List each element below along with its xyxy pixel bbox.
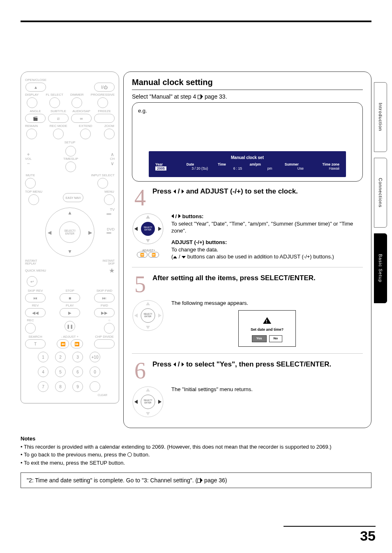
num-8-button[interactable]: 8 xyxy=(55,381,66,392)
return-button[interactable]: ↩ xyxy=(27,276,37,287)
search-button[interactable]: T xyxy=(25,339,46,348)
zoom-button[interactable] xyxy=(104,129,115,139)
flselect-label: FL SELECT xyxy=(46,93,63,97)
chpdivide-label: CHP DIVIDE xyxy=(95,335,114,339)
dimmer-button[interactable] xyxy=(71,97,82,108)
tab-introduction[interactable]: Introduction xyxy=(374,82,387,152)
audiosap-button[interactable]: ∞ xyxy=(71,114,92,123)
step-4-number: 4 xyxy=(132,187,148,208)
timeslip-button[interactable] xyxy=(65,161,76,172)
remote-panel: OPEN/CLOSE▲ I/⏻ DISPLAY FL SELECT DIMMER… xyxy=(21,71,119,428)
completion-box: "2: Time and date setting" is complete. … xyxy=(21,472,371,488)
note-1: This recorder is provided with a calenda… xyxy=(21,443,371,451)
page-number: 35 xyxy=(360,528,376,544)
skiprev-label: SKIP REV xyxy=(28,289,43,293)
select-enter-button[interactable]: SELECT/ ENTER xyxy=(59,221,81,243)
num-2-button[interactable]: 2 xyxy=(55,352,66,362)
clear-button[interactable] xyxy=(90,381,100,392)
num-4-button[interactable]: 4 xyxy=(38,366,48,377)
tab-basic-setup[interactable]: Basic Setup xyxy=(374,233,387,303)
instant-skip-label: INSTANT SKIP xyxy=(103,259,115,265)
inputselect-button[interactable] xyxy=(97,178,108,189)
svg-marker-23 xyxy=(158,400,161,404)
page-number-rule xyxy=(284,526,376,527)
adjust-plus-icon: ⏩ xyxy=(148,252,159,258)
skipfwd-label: SKIP FWD xyxy=(97,289,113,293)
eject-button[interactable]: ▲ xyxy=(25,83,46,92)
osd-screenshot: Manual clock set Year Date Time am/pm Su… xyxy=(149,151,346,177)
step-5-result: The following message appears. xyxy=(171,300,363,307)
angle-button[interactable]: 🎬 xyxy=(25,114,46,123)
adjust-plus-button[interactable]: ⏩ xyxy=(71,339,83,348)
svg-marker-5 xyxy=(146,239,150,242)
play-button[interactable]: ▶ xyxy=(60,308,80,317)
skiprev-button[interactable]: ⏮ xyxy=(25,293,46,302)
flselect-button[interactable] xyxy=(49,97,60,108)
osd-h-zone: Time zone xyxy=(323,162,339,166)
num-1-button[interactable]: 1 xyxy=(38,352,48,362)
tv-switch-icon[interactable] xyxy=(106,213,111,215)
num-6-button[interactable]: 6 xyxy=(72,366,83,377)
notes-section: Notes This recorder is provided with a c… xyxy=(21,435,371,467)
menu-label: MENU xyxy=(104,190,114,194)
num-9-button[interactable]: 9 xyxy=(72,381,83,392)
tv-label: TV xyxy=(110,207,115,212)
skipfwd-button[interactable]: ⏭ xyxy=(94,293,115,302)
dialog-no-button[interactable]: No xyxy=(269,335,283,342)
osd-v-ampm: pm xyxy=(267,166,272,171)
svg-text:ENTER: ENTER xyxy=(145,401,152,404)
stop-button[interactable]: ■ xyxy=(60,293,80,302)
num-5-button[interactable]: 5 xyxy=(55,366,66,377)
svg-marker-13 xyxy=(146,326,150,329)
step-4: 4 Press / and ADJUST (-/+) to set the cl… xyxy=(132,187,363,208)
mute-button[interactable] xyxy=(25,178,36,189)
subtitle-label: SUBTITLE xyxy=(51,110,66,113)
num-3-button[interactable]: 3 xyxy=(72,352,83,362)
step-6-result: The "Initial settings" menu returns. xyxy=(171,386,253,393)
extend-button[interactable] xyxy=(80,129,91,139)
num-7-button[interactable]: 7 xyxy=(38,381,48,392)
svg-marker-12 xyxy=(146,302,150,305)
confirm-dialog: Set date and time? Yes No xyxy=(238,310,296,347)
remain-button[interactable] xyxy=(26,129,37,139)
progressive-label: PROGRESSIVE xyxy=(91,93,115,97)
num-0-button[interactable]: 0 xyxy=(90,366,100,377)
easynavi-button[interactable]: EASY NAVI xyxy=(63,193,83,202)
menu-button[interactable] xyxy=(104,194,115,205)
tab-connections[interactable]: Connections xyxy=(374,158,387,228)
play-label: PLAY xyxy=(66,304,74,307)
osd-h-date: Date xyxy=(187,162,194,166)
num-plus10-button[interactable]: +10 xyxy=(90,352,100,362)
fwd-button[interactable]: ▶▶ xyxy=(94,308,115,317)
pause-button[interactable]: ❚❚ xyxy=(65,321,75,332)
rec-button[interactable] xyxy=(25,323,36,334)
topmenu-button[interactable] xyxy=(28,194,39,205)
o-button[interactable] xyxy=(104,323,115,334)
note-3: To exit the menu, press the SETUP button… xyxy=(21,459,371,467)
topmenu-label: TOP MENU xyxy=(25,190,42,194)
dpad-mini-step6: SELECT/ ENTER xyxy=(132,386,164,419)
clear-label: CLEAR xyxy=(25,394,107,396)
freeze-label: FREEZE xyxy=(98,110,111,113)
fwd-label: FWD xyxy=(101,304,108,307)
dvd-switch-icon[interactable] xyxy=(106,232,111,234)
adjust-minus-button[interactable]: ⏪ xyxy=(57,339,69,348)
setup-label: SETUP xyxy=(65,141,76,144)
progressive-button[interactable] xyxy=(97,97,108,108)
recmode-button[interactable] xyxy=(53,129,64,139)
freeze-button[interactable] xyxy=(94,114,115,123)
display-button[interactable] xyxy=(27,97,37,108)
subtitle-button[interactable]: ⎚ xyxy=(48,114,69,123)
rev-button[interactable]: ◀◀ xyxy=(25,308,46,317)
page-link-icon xyxy=(198,94,203,99)
power-button[interactable]: I/⏻ xyxy=(94,83,115,92)
setup-button[interactable] xyxy=(65,146,76,157)
dpad-mini-step5: SELECT/ ENTER xyxy=(132,300,164,333)
dpad[interactable]: SELECT/ ENTER ▲ ▼ ◀ ▶ xyxy=(45,207,95,257)
top-rule xyxy=(21,21,371,22)
chpdivide-button[interactable] xyxy=(94,339,115,348)
dialog-yes-button[interactable]: Yes xyxy=(252,335,267,342)
spacer xyxy=(104,78,105,82)
step-6-title: Press / to select "Yes", then press SELE… xyxy=(152,360,363,369)
ring-label: ○ xyxy=(108,319,111,322)
